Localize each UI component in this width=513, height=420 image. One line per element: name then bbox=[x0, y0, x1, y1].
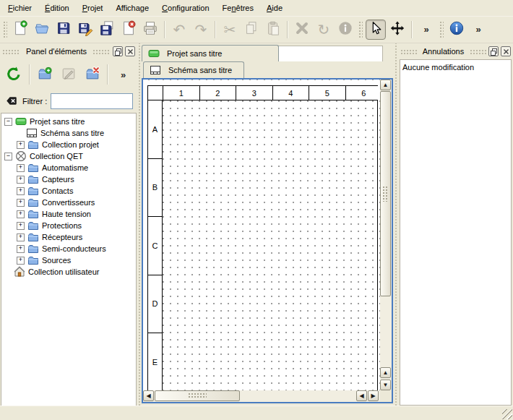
tab-project[interactable]: Projet sans titre bbox=[142, 45, 279, 61]
scroll-left-button[interactable]: ◀ bbox=[143, 390, 154, 401]
open-project-button[interactable] bbox=[32, 20, 52, 40]
overflow-chevron-button[interactable]: » bbox=[468, 20, 488, 40]
close-dock-button[interactable] bbox=[125, 46, 135, 56]
overflow-chevron-button[interactable]: » bbox=[112, 63, 134, 86]
float-dock-button[interactable] bbox=[488, 46, 499, 56]
new-document-button[interactable] bbox=[10, 20, 30, 40]
edit-category-button[interactable] bbox=[58, 63, 80, 86]
dock-handle-texture[interactable] bbox=[470, 49, 486, 54]
tree-item-sources[interactable]: +Sources bbox=[1, 254, 136, 266]
toolbar-drag-handle[interactable] bbox=[358, 21, 363, 38]
tab-diagram[interactable]: Schéma sans titre bbox=[143, 61, 244, 78]
delete-category-button[interactable] bbox=[81, 63, 103, 86]
tree-item-collection-projet[interactable]: +Collection projet bbox=[1, 139, 136, 150]
cut-button[interactable]: ✂ bbox=[220, 20, 240, 40]
overflow-chevron-button[interactable]: » bbox=[416, 20, 436, 40]
elements-panel-toolbar: » bbox=[0, 58, 137, 91]
horizontal-scrollbar[interactable]: ◀ ◀ ▶ bbox=[143, 390, 380, 402]
float-dock-button[interactable] bbox=[113, 46, 123, 56]
close-document-button[interactable] bbox=[118, 20, 139, 40]
expand-icon[interactable]: + bbox=[17, 141, 25, 149]
vertical-scroll-thumb[interactable] bbox=[380, 91, 391, 296]
tree-item-recepteurs[interactable]: +Récepteurs bbox=[1, 231, 136, 243]
print-button[interactable] bbox=[140, 20, 160, 40]
vertical-scrollbar[interactable]: ▲ ▲ ▼ bbox=[380, 80, 392, 390]
toolbar-drag-handle[interactable] bbox=[3, 21, 7, 38]
expand-icon[interactable]: + bbox=[17, 176, 25, 184]
collapse-icon[interactable]: − bbox=[4, 118, 12, 126]
tree-item-protections[interactable]: +Protections bbox=[1, 220, 136, 231]
expand-icon[interactable]: + bbox=[17, 257, 25, 265]
tree-item-label: Projet sans titre bbox=[30, 117, 85, 126]
dock-handle-texture[interactable] bbox=[92, 49, 111, 54]
toolbar-separator bbox=[287, 21, 288, 38]
expand-icon[interactable]: + bbox=[17, 210, 25, 218]
tree-item-semi-conducteurs[interactable]: +Semi-conducteurs bbox=[1, 243, 136, 254]
move-button[interactable] bbox=[387, 20, 408, 40]
delete-button[interactable] bbox=[292, 20, 312, 40]
toolbar-drag-handle[interactable] bbox=[439, 21, 444, 38]
collapse-icon[interactable]: − bbox=[4, 153, 12, 160]
expand-icon[interactable]: + bbox=[17, 245, 25, 253]
copy-button[interactable] bbox=[241, 20, 262, 40]
expand-icon[interactable]: + bbox=[17, 222, 25, 230]
info-blue-button[interactable] bbox=[447, 20, 467, 40]
horizontal-scroll-thumb[interactable] bbox=[155, 390, 240, 401]
ruler-corner bbox=[148, 86, 163, 100]
undo-button[interactable]: ↶ bbox=[169, 20, 189, 40]
reload-collections-button[interactable] bbox=[3, 63, 25, 86]
tree-item-haute-tension[interactable]: +Haute tension bbox=[1, 208, 136, 220]
menu-fenetres[interactable]: Fenêtres bbox=[216, 1, 260, 14]
scroll-up-button[interactable]: ▲ bbox=[380, 80, 391, 90]
tree-item-label: Contacts bbox=[42, 187, 73, 195]
tree-item-collection-utilisateur[interactable]: Collection utilisateur bbox=[1, 266, 136, 278]
tree-item-collection-qet[interactable]: −Collection QET bbox=[1, 150, 136, 162]
paste-button[interactable] bbox=[263, 20, 283, 40]
info-button[interactable] bbox=[335, 20, 355, 40]
dock-handle-texture[interactable] bbox=[2, 49, 20, 54]
expand-icon[interactable]: + bbox=[17, 164, 25, 172]
save-as-button[interactable] bbox=[75, 20, 95, 40]
folder-icon bbox=[27, 173, 39, 185]
tree-item-label: Schéma sans titre bbox=[40, 129, 104, 137]
tree-item-automatisme[interactable]: +Automatisme bbox=[1, 162, 136, 173]
select-arrow-button[interactable] bbox=[366, 20, 386, 40]
tree-item-capteurs[interactable]: +Capteurs bbox=[1, 173, 136, 185]
tree-item-label: Semi-conducteurs bbox=[42, 244, 106, 253]
close-dock-button[interactable] bbox=[501, 46, 511, 56]
expand-icon[interactable]: + bbox=[17, 199, 25, 207]
menu-edition[interactable]: Édition bbox=[38, 1, 76, 14]
move-icon bbox=[389, 20, 405, 38]
filter-input[interactable] bbox=[51, 93, 133, 109]
new-category-button[interactable] bbox=[34, 63, 56, 86]
menu-fichier[interactable]: Fichier bbox=[1, 1, 38, 14]
diagram-canvas[interactable]: 123456 ABCDE bbox=[143, 80, 380, 390]
tree-item-convertisseurs[interactable]: +Convertisseurs bbox=[1, 197, 136, 208]
menu-bar: FichierÉditionProjetAffichageConfigurati… bbox=[0, 0, 513, 17]
tree-item-projet-sans-titre[interactable]: −Projet sans titre bbox=[1, 116, 136, 127]
menu-projet[interactable]: Projet bbox=[76, 1, 110, 14]
undo-history-item[interactable]: Aucune modification bbox=[402, 61, 509, 72]
tree-item-schema-sans-titre[interactable]: Schéma sans titre bbox=[1, 127, 136, 139]
diagram-tab-label: Schéma sans titre bbox=[168, 66, 232, 74]
scroll-left-button[interactable]: ◀ bbox=[356, 390, 367, 401]
dock-handle-texture[interactable] bbox=[400, 49, 417, 54]
scroll-right-button[interactable]: ▶ bbox=[368, 390, 379, 401]
clear-filter-icon[interactable] bbox=[4, 95, 19, 108]
scroll-up-button[interactable]: ▲ bbox=[380, 367, 391, 378]
expand-icon[interactable]: + bbox=[17, 233, 25, 241]
scroll-down-button[interactable]: ▼ bbox=[380, 380, 391, 390]
expand-icon[interactable]: + bbox=[17, 187, 25, 195]
row-label: E bbox=[148, 333, 163, 390]
menu-affichage[interactable]: Affichage bbox=[109, 1, 155, 14]
redo-button[interactable]: ↷ bbox=[191, 20, 211, 40]
save-all-button[interactable] bbox=[97, 20, 117, 40]
select-arrow-icon bbox=[368, 20, 384, 38]
resize-grip[interactable] bbox=[502, 409, 512, 419]
tree-item-contacts[interactable]: +Contacts bbox=[1, 185, 136, 197]
rotate-button[interactable]: ↻ bbox=[314, 20, 334, 40]
info-icon bbox=[337, 20, 353, 38]
menu-configuration[interactable]: Configuration bbox=[155, 1, 215, 14]
save-button[interactable] bbox=[53, 20, 74, 40]
menu-aide[interactable]: Aide bbox=[260, 1, 289, 14]
